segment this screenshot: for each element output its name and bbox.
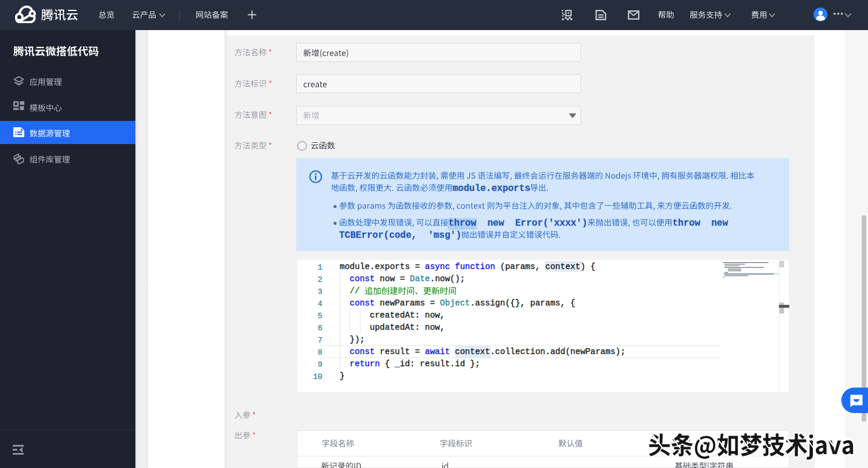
svg-text:4: 4 <box>318 300 322 308</box>
svg-text:10: 10 <box>313 373 322 381</box>
svg-text:const now = Date.now();: const now = Date.now(); <box>340 275 465 284</box>
svg-text://: // <box>340 287 365 296</box>
svg-text:8: 8 <box>318 348 322 357</box>
svg-text:throw new: throw new <box>672 218 728 229</box>
svg-text:}: } <box>340 372 345 381</box>
svg-text:const result = await context.c: const result = await context.collection.… <box>340 348 626 357</box>
svg-text:module.exports: module.exports <box>453 183 530 194</box>
svg-text:throw new Error('xxxx'): throw new Error('xxxx') <box>448 218 587 229</box>
svg-text:7: 7 <box>318 336 322 345</box>
svg-text:TCBError(code, 'msg'): TCBError(code, 'msg') <box>339 230 461 241</box>
svg-text:module.exports = async functio: module.exports = async function (params,… <box>340 263 595 272</box>
svg-text:6: 6 <box>318 324 322 333</box>
svg-text:9: 9 <box>318 360 322 369</box>
svg-text:return { _id: result.id };: return { _id: result.id }; <box>340 360 480 369</box>
svg-text:1: 1 <box>318 263 322 272</box>
svg-text:5: 5 <box>318 312 322 320</box>
svg-text:createdAt: now,: createdAt: now, <box>340 311 445 320</box>
svg-text:3: 3 <box>318 288 322 296</box>
svg-text:updatedAt: now,: updatedAt: now, <box>340 323 445 333</box>
svg-text:});: }); <box>340 336 365 345</box>
svg-text:2: 2 <box>318 275 322 284</box>
svg-text:const newParams = Object.assig: const newParams = Object.assign({}, para… <box>340 299 575 308</box>
